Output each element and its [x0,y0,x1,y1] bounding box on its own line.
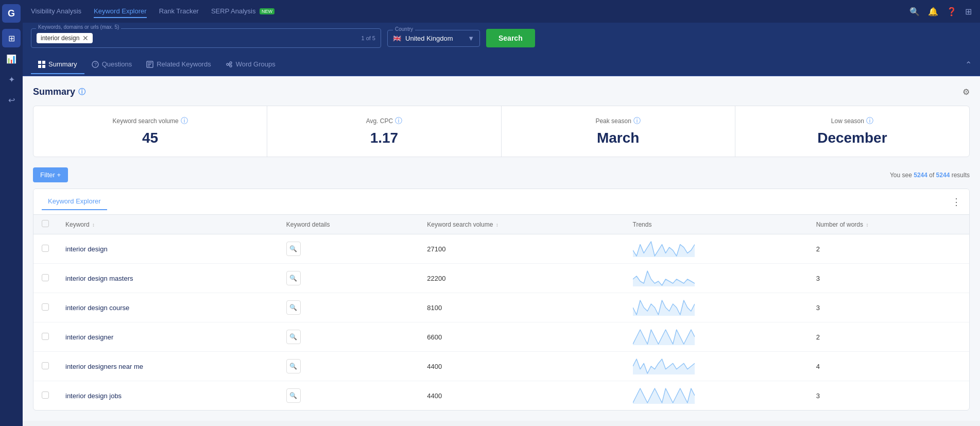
bell-icon[interactable]: 🔔 [928,7,938,16]
svg-text:?: ? [94,62,97,67]
wordgroups-tab-icon [226,61,233,68]
cpc-info-icon[interactable]: ⓘ [395,116,402,126]
row-details-button[interactable]: 🔍 [286,330,301,344]
row-checkbox[interactable] [42,362,49,369]
tab-summary[interactable]: Summary [31,55,84,74]
col-header-keyword[interactable]: Keyword ↕ [57,215,278,234]
peak-info-icon[interactable]: ⓘ [633,116,641,126]
nav-visibility-analysis[interactable]: Visibility Analysis [31,5,81,18]
row-checkbox[interactable] [42,303,49,311]
keyword-input-box[interactable]: interior design ✕ 1 of 5 [31,28,381,48]
row-volume: 6600 [419,322,624,352]
row-sparkline [633,358,695,374]
sidebar-logo: G [2,4,21,23]
row-details-button[interactable]: 🔍 [286,300,301,315]
summary-tab-icon [38,61,45,68]
keyword-chip: interior design ✕ [37,33,93,43]
row-words: 2 [808,322,969,352]
sidebar-item-home[interactable]: ⊞ [2,29,21,47]
col-header-words[interactable]: Number of words ↕ [808,215,969,234]
row-sparkline [633,387,695,404]
table-row: interior designers near me 🔍 4400 4 [33,352,969,381]
row-checkbox[interactable] [42,391,49,399]
row-trends [625,352,808,381]
tab-collapse-icon[interactable]: ⌃ [965,60,972,70]
row-details-button[interactable]: 🔍 [286,271,301,285]
row-volume: 4400 [419,381,624,411]
check-all-box[interactable] [42,220,49,227]
tab-bar: Summary ? Questions Related Keywords Wor… [23,54,980,76]
summary-info-icon[interactable]: ⓘ [78,88,85,97]
svg-line-14 [229,64,230,65]
col-header-details: Keyword details [278,215,419,234]
row-sparkline [633,241,695,257]
row-checkbox[interactable] [42,274,49,281]
sidebar-item-plugin[interactable]: ✦ [2,70,21,89]
table-tab-explorer[interactable]: Keyword Explorer [42,193,107,210]
tab-word-groups[interactable]: Word Groups [218,55,283,74]
topnav: Visibility Analysis Keyword Explorer Ran… [23,0,980,23]
row-sparkline [633,299,695,316]
svg-rect-2 [38,65,41,68]
words-sort-icon: ↕ [866,222,868,228]
keyword-chip-remove[interactable]: ✕ [82,34,89,42]
table-body: interior design 🔍 27100 2 interior desig… [33,234,969,411]
sidebar-item-tool[interactable]: ↩ [2,91,21,109]
table-container: Keyword Explorer ⋮ Keyword ↕ Keyword [33,189,970,411]
row-details: 🔍 [278,352,419,381]
nav-serp-analysis[interactable]: SERP Analysis NEW [211,5,274,18]
grid-icon[interactable]: ⊞ [965,7,972,16]
row-trends [625,293,808,322]
row-details-button[interactable]: 🔍 [286,242,301,256]
volume-info-icon[interactable]: ⓘ [181,116,188,126]
results-info: You see 5244 of 5244 results [890,172,970,179]
row-sparkline [633,270,695,286]
nav-keyword-explorer[interactable]: Keyword Explorer [94,5,147,18]
row-volume: 27100 [419,234,624,264]
keyword-input-label: Keywords, domains or urls (max. 5) [36,24,121,30]
keyword-sort-icon: ↕ [92,222,95,228]
stat-value-peak: March [514,130,723,146]
tab-wordgroups-label: Word Groups [236,60,276,68]
stat-value-cpc: 1.17 [280,130,488,146]
row-checkbox[interactable] [42,245,49,252]
results-total: 5244 [936,172,950,179]
col-header-volume[interactable]: Keyword search volume ↕ [419,215,624,234]
row-checkbox[interactable] [42,333,49,340]
stat-card-peak: Peak season ⓘ March [502,106,735,157]
nav-rank-tracker[interactable]: Rank Tracker [159,5,199,18]
row-check-cell [33,322,57,352]
search-button[interactable]: Search [486,29,535,47]
row-details: 🔍 [278,381,419,411]
row-details-button[interactable]: 🔍 [286,388,301,403]
tab-summary-label: Summary [48,60,77,68]
tab-questions[interactable]: ? Questions [84,55,140,74]
summary-settings-icon[interactable]: ⚙ [962,87,970,97]
stat-label-low: Low season ⓘ [748,116,957,126]
stat-card-volume: Keyword search volume ⓘ 45 [33,106,267,157]
help-icon[interactable]: ❓ [947,7,957,16]
tab-related-keywords[interactable]: Related Keywords [139,55,218,74]
row-words: 2 [808,234,969,264]
row-keyword: interior design course [57,293,278,322]
table-options-icon[interactable]: ⋮ [952,196,961,208]
row-volume: 4400 [419,352,624,381]
country-select[interactable]: Country 🇬🇧 United Kingdom ▼ [387,30,480,47]
row-volume: 8100 [419,293,624,322]
table-row: interior design masters 🔍 22200 3 [33,264,969,293]
row-details-button[interactable]: 🔍 [286,359,301,373]
row-keyword: interior design masters [57,264,278,293]
filter-bar: Filter + You see 5244 of 5244 results [33,167,970,182]
low-info-icon[interactable]: ⓘ [866,116,873,126]
search-icon-nav[interactable]: 🔍 [909,7,920,16]
row-trends [625,381,808,411]
stat-label-volume: Keyword search volume ⓘ [46,116,254,126]
topnav-actions: 🔍 🔔 ❓ ⊞ [909,7,972,16]
main-content: Summary ? Questions Related Keywords Wor… [23,54,980,421]
filter-button[interactable]: Filter + [33,167,68,182]
row-details: 🔍 [278,264,419,293]
row-keyword: interior designer [57,322,278,352]
sidebar-item-chart[interactable]: 📊 [2,49,21,68]
svg-point-11 [230,62,232,64]
table-header-row: Keyword Explorer ⋮ [33,189,969,215]
